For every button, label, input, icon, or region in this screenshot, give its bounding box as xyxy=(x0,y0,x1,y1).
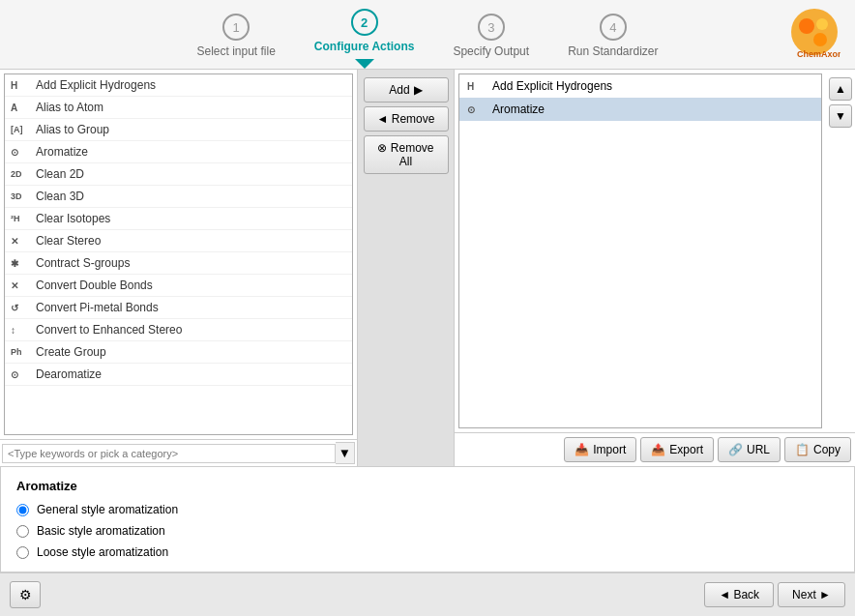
aromatize-radio-group: General style aromatization Basic style … xyxy=(16,503,839,559)
right-panel-inner: H Add Explicit Hydrogens ⊙ Aromatize ▲ ▼ xyxy=(455,70,855,432)
settings-panel: Aromatize General style aromatization Ba… xyxy=(0,466,855,572)
item-label: Convert Double Bonds xyxy=(36,279,153,292)
steps-nav: 1 Select input file 2 Configure Actions … xyxy=(196,9,658,69)
actions-list[interactable]: H Add Explicit Hydrogens A Alias to Atom… xyxy=(4,73,353,435)
item-label: Alias to Group xyxy=(36,123,109,136)
radio-basic-input[interactable] xyxy=(16,525,29,538)
arrow-panel: ▲ ▼ xyxy=(826,70,855,432)
step-2[interactable]: 2 Configure Actions xyxy=(314,9,415,69)
item-icon-2d: 2D xyxy=(11,169,32,179)
main-content: H Add Explicit Hydrogens A Alias to Atom… xyxy=(0,70,855,572)
content-area: H Add Explicit Hydrogens A Alias to Atom… xyxy=(0,70,855,466)
svg-point-3 xyxy=(813,33,827,46)
list-item-aromatize[interactable]: ⊙ Aromatize xyxy=(5,141,352,163)
step-1[interactable]: 1 Select input file xyxy=(196,14,275,64)
item-icon-create-group: Ph xyxy=(11,347,32,357)
export-label: Export xyxy=(669,443,703,456)
middle-panel: Add ▶ ◄ Remove ⊗ Remove All xyxy=(358,70,455,466)
radio-loose-input[interactable] xyxy=(16,546,29,559)
right-item-aromatize[interactable]: ⊙ Aromatize xyxy=(459,98,821,121)
svg-point-0 xyxy=(791,9,838,55)
right-item-add-explicit-h[interactable]: H Add Explicit Hydrogens xyxy=(459,74,821,98)
radio-loose-label: Loose style aromatization xyxy=(37,545,168,559)
export-icon: 📤 xyxy=(651,443,665,456)
list-item-alias-to-atom[interactable]: A Alias to Atom xyxy=(5,97,352,119)
item-label: Convert to Enhanced Stereo xyxy=(36,323,182,337)
url-label: URL xyxy=(747,443,770,456)
next-label: Next ► xyxy=(792,588,831,601)
list-item-convert-pi-metal[interactable]: ↺ Convert Pi-metal Bonds xyxy=(5,297,352,319)
right-bottom-buttons: 📥 Import 📤 Export 🔗 URL 📋 Copy xyxy=(455,432,855,466)
svg-point-1 xyxy=(799,18,814,34)
radio-general-label: General style aromatization xyxy=(37,503,178,516)
search-input[interactable] xyxy=(2,444,336,463)
list-item-clear-stereo[interactable]: ✕ Clear Stereo xyxy=(5,230,352,252)
left-panel: H Add Explicit Hydrogens A Alias to Atom… xyxy=(0,70,358,466)
item-label: Aromatize xyxy=(36,145,88,159)
remove-label: ◄ Remove xyxy=(377,112,435,126)
list-item-convert-enhanced-stereo[interactable]: ↕ Convert to Enhanced Stereo xyxy=(5,319,352,341)
step-2-circle: 2 xyxy=(351,9,378,36)
step-4[interactable]: 4 Run Standardizer xyxy=(568,14,658,64)
list-item-create-group[interactable]: Ph Create Group xyxy=(5,341,352,364)
selected-actions-list[interactable]: H Add Explicit Hydrogens ⊙ Aromatize xyxy=(458,73,822,428)
settings-title: Aromatize xyxy=(16,479,839,493)
next-button[interactable]: Next ► xyxy=(778,582,845,607)
list-item-clear-isotopes[interactable]: ²H Clear Isotopes xyxy=(5,208,352,230)
footer-right: ◄ Back Next ► xyxy=(704,582,845,607)
item-label: Create Group xyxy=(36,345,106,359)
list-item-convert-double-bonds[interactable]: ✕ Convert Double Bonds xyxy=(5,275,352,297)
radio-basic[interactable]: Basic style aromatization xyxy=(16,524,839,538)
url-icon: 🔗 xyxy=(728,443,743,456)
import-label: Import xyxy=(593,443,626,456)
item-icon-contract: ✱ xyxy=(11,258,32,269)
item-icon-aromatize: ⊙ xyxy=(11,147,32,158)
gear-button[interactable]: ⚙ xyxy=(10,581,41,608)
item-label: Alias to Atom xyxy=(36,101,103,114)
item-icon-h: H xyxy=(11,80,32,91)
back-button[interactable]: ◄ Back xyxy=(704,582,774,607)
right-panel: H Add Explicit Hydrogens ⊙ Aromatize ▲ ▼… xyxy=(455,70,855,466)
list-item-contract-sgroups[interactable]: ✱ Contract S-groups xyxy=(5,252,352,275)
list-item-clean-3d[interactable]: 3D Clean 3D xyxy=(5,186,352,208)
item-label: Add Explicit Hydrogens xyxy=(36,78,156,92)
item-label: Clean 2D xyxy=(36,167,84,181)
remove-all-label: ⊗ Remove All xyxy=(372,141,440,168)
list-item-add-explicit-hydrogens[interactable]: H Add Explicit Hydrogens xyxy=(5,74,352,97)
list-item-clean-2d[interactable]: 2D Clean 2D xyxy=(5,163,352,186)
chemaxon-logo: ChemAxon xyxy=(787,5,845,63)
footer: ⚙ ◄ Back Next ► xyxy=(0,572,855,616)
search-dropdown-button[interactable]: ▼ xyxy=(336,442,355,464)
list-item-dearomatize[interactable]: ⊙ Dearomatize xyxy=(5,364,352,386)
item-icon-dearomatize: ⊙ xyxy=(11,369,32,380)
url-button[interactable]: 🔗 URL xyxy=(718,437,781,462)
item-label: Contract S-groups xyxy=(36,256,130,270)
right-item-icon-h: H xyxy=(467,81,488,92)
step-2-label: Configure Actions xyxy=(314,40,415,53)
svg-point-2 xyxy=(816,18,828,30)
import-button[interactable]: 📥 Import xyxy=(564,437,636,462)
step-3-label: Specify Output xyxy=(453,44,529,58)
step-1-label: Select input file xyxy=(196,44,275,58)
item-label: Convert Pi-metal Bonds xyxy=(36,301,159,314)
step-3-circle: 3 xyxy=(478,14,505,41)
item-icon-3d: 3D xyxy=(11,191,32,201)
right-item-icon-aromatize: ⊙ xyxy=(467,104,488,115)
remove-all-button[interactable]: ⊗ Remove All xyxy=(364,135,449,174)
add-button[interactable]: Add ▶ xyxy=(364,77,449,103)
item-icon-clear-stereo: ✕ xyxy=(11,236,32,247)
export-button[interactable]: 📤 Export xyxy=(640,437,714,462)
right-item-label: Add Explicit Hydrogens xyxy=(492,79,612,93)
move-down-button[interactable]: ▼ xyxy=(829,104,852,128)
radio-general[interactable]: General style aromatization xyxy=(16,503,839,516)
remove-button[interactable]: ◄ Remove xyxy=(364,106,449,132)
list-item-alias-to-group[interactable]: [A] Alias to Group xyxy=(5,119,352,141)
item-icon-convert-double: ✕ xyxy=(11,280,32,291)
radio-loose[interactable]: Loose style aromatization xyxy=(16,545,839,559)
back-label: ◄ Back xyxy=(719,588,759,601)
search-row: ▼ xyxy=(0,439,357,466)
step-3[interactable]: 3 Specify Output xyxy=(453,14,529,64)
radio-general-input[interactable] xyxy=(16,504,29,516)
copy-button[interactable]: 📋 Copy xyxy=(784,437,851,462)
move-up-button[interactable]: ▲ xyxy=(829,77,852,101)
